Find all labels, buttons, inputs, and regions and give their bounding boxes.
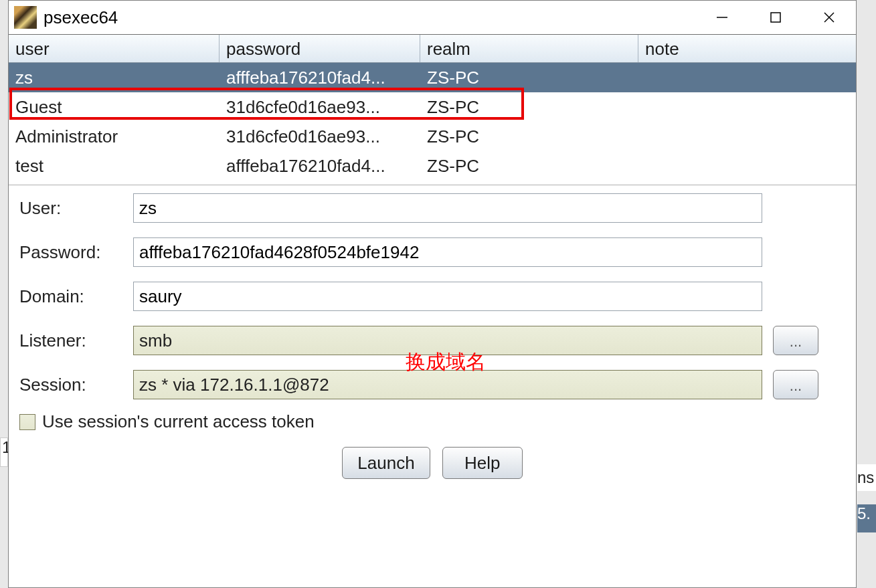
help-button[interactable]: Help <box>442 447 523 479</box>
user-input[interactable] <box>133 193 762 223</box>
form-row-password: Password: <box>19 237 845 267</box>
credentials-table-header: user password realm note <box>9 35 856 63</box>
column-header-realm[interactable]: realm <box>420 35 638 62</box>
column-header-user[interactable]: user <box>9 35 220 62</box>
use-current-token-checkbox[interactable] <box>19 414 35 430</box>
domain-input[interactable] <box>133 282 762 311</box>
cell-password: 31d6cfe0d16ae93... <box>220 94 420 120</box>
cell-password: afffeba176210fad4... <box>220 65 420 91</box>
cell-user: Guest <box>9 94 220 120</box>
label-session: Session: <box>19 375 133 395</box>
table-row[interactable]: Guest 31d6cfe0d16ae93... ZS-PC <box>9 92 856 122</box>
label-password: Password: <box>19 242 133 263</box>
window-title: psexec64 <box>43 7 118 28</box>
label-domain: Domain: <box>19 286 133 307</box>
client-area: user password realm note zs afffeba17621… <box>9 34 856 587</box>
cell-user: Administrator <box>9 124 220 150</box>
cell-note <box>638 163 856 169</box>
session-browse-button[interactable]: ... <box>773 370 818 399</box>
launch-button[interactable]: Launch <box>342 447 430 479</box>
background-fragment-right-2: 5. <box>857 494 876 534</box>
cell-note <box>638 104 856 110</box>
app-icon <box>14 6 37 29</box>
table-row[interactable]: Administrator 31d6cfe0d16ae93... ZS-PC <box>9 122 856 151</box>
annotation-text: 换成域名 <box>406 349 486 376</box>
use-current-token-label: Use session's current access token <box>42 411 315 432</box>
form-row-user: User: <box>19 193 845 223</box>
label-user: User: <box>19 198 133 219</box>
cell-realm: ZS-PC <box>420 153 638 179</box>
credentials-table-body: zs afffeba176210fad4... ZS-PC Guest 31d6… <box>9 63 856 181</box>
button-row: Launch Help <box>9 440 856 479</box>
cell-user: test <box>9 153 220 179</box>
form-row-domain: Domain: <box>19 282 845 311</box>
column-header-password[interactable]: password <box>220 35 420 62</box>
background-fragment-right-1: ns <box>857 464 876 491</box>
background-fragment-left: 1 <box>0 437 8 467</box>
checkbox-row: Use session's current access token <box>9 406 856 440</box>
svg-rect-1 <box>771 13 780 22</box>
label-listener: Listener: <box>19 330 133 351</box>
window-controls <box>695 1 856 34</box>
password-input[interactable] <box>133 237 762 267</box>
cell-note <box>638 134 856 139</box>
cell-realm: ZS-PC <box>420 124 638 150</box>
table-row[interactable]: test afffeba176210fad4... ZS-PC <box>9 151 856 181</box>
cell-password: 31d6cfe0d16ae93... <box>220 124 420 150</box>
cell-realm: ZS-PC <box>420 94 638 120</box>
close-button[interactable] <box>802 1 856 34</box>
minimize-button[interactable] <box>695 1 749 34</box>
cell-password: afffeba176210fad4... <box>220 153 420 179</box>
maximize-button[interactable] <box>749 1 802 34</box>
cell-note <box>638 75 856 80</box>
table-row[interactable]: zs afffeba176210fad4... ZS-PC <box>9 63 856 92</box>
cell-user: zs <box>9 65 220 91</box>
dialog-window: psexec64 user password realm note zs aff… <box>8 0 857 588</box>
listener-browse-button[interactable]: ... <box>773 326 818 355</box>
column-header-note[interactable]: note <box>638 35 856 62</box>
titlebar: psexec64 <box>9 1 856 34</box>
cell-realm: ZS-PC <box>420 65 638 91</box>
